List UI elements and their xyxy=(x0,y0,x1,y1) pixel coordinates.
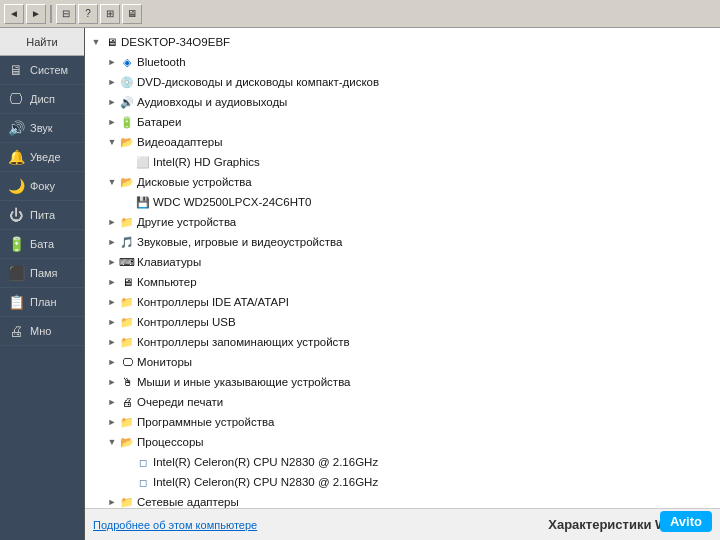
tree-processors[interactable]: ▼ 📂 Процессоры xyxy=(85,432,720,452)
dvd-expand-icon[interactable]: ► xyxy=(105,75,119,89)
network-expand-icon[interactable]: ► xyxy=(105,495,119,508)
sidebar-label-pamyat: Памя xyxy=(30,267,58,279)
sidebar-item-plan[interactable]: 📋 План xyxy=(0,288,84,317)
sidebar-item-pamyat[interactable]: ⬛ Памя xyxy=(0,259,84,288)
tree-ide[interactable]: ► 📁 Контроллеры IDE ATA/ATAPI xyxy=(85,292,720,312)
audio-expand-icon[interactable]: ► xyxy=(105,95,119,109)
tree-keyboard[interactable]: ► ⌨ Клавиатуры xyxy=(85,252,720,272)
usb-label: Контроллеры USB xyxy=(137,316,236,328)
tree-video[interactable]: ▼ 📂 Видеоадаптеры xyxy=(85,132,720,152)
sidebar-item-uvedoml[interactable]: 🔔 Уведе xyxy=(0,143,84,172)
tree-cpu-2[interactable]: ◻ Intel(R) Celeron(R) CPU N2830 @ 2.16GH… xyxy=(85,472,720,492)
back-button[interactable]: ◄ xyxy=(4,4,24,24)
tree-sound[interactable]: ► 🎵 Звуковые, игровые и видеоустройства xyxy=(85,232,720,252)
print-expand-icon[interactable]: ► xyxy=(105,395,119,409)
sidebar-label-fokus: Фоку xyxy=(30,180,55,192)
cpu1-expand xyxy=(121,455,135,469)
tree-other[interactable]: ► 📁 Другие устройства xyxy=(85,212,720,232)
bluetooth-expand-icon[interactable]: ► xyxy=(105,55,119,69)
disk-label: Дисковые устройства xyxy=(137,176,252,188)
tree-storage[interactable]: ► 📁 Контроллеры запоминающих устройств xyxy=(85,332,720,352)
other-expand-icon[interactable]: ► xyxy=(105,215,119,229)
root-expand-icon[interactable]: ▼ xyxy=(89,35,103,49)
forward-button[interactable]: ► xyxy=(26,4,46,24)
audio-icon: 🔊 xyxy=(119,94,135,110)
video-folder-icon: 📂 xyxy=(119,134,135,150)
bottom-bar: Подробнее об этом компьютере Характерист… xyxy=(85,508,720,540)
tree-print[interactable]: ► 🖨 Очереди печати xyxy=(85,392,720,412)
processors-expand-icon[interactable]: ▼ xyxy=(105,435,119,449)
print-icon: 🖨 xyxy=(119,394,135,410)
usb-expand-icon[interactable]: ► xyxy=(105,315,119,329)
processors-label: Процессоры xyxy=(137,436,204,448)
sidebar-item-fokus[interactable]: 🌙 Фоку xyxy=(0,172,84,201)
uvedoml-icon: 🔔 xyxy=(8,149,24,165)
tree-battery[interactable]: ► 🔋 Батареи xyxy=(85,112,720,132)
sidebar-item-sistema[interactable]: 🖥 Систем xyxy=(0,56,84,85)
cpu1-icon: ◻ xyxy=(135,454,151,470)
tree-network[interactable]: ► 📁 Сетевые адаптеры xyxy=(85,492,720,508)
tree-bluetooth[interactable]: ► ◈ Bluetooth xyxy=(85,52,720,72)
monitor-icon: 🖵 xyxy=(119,354,135,370)
plan-icon: 📋 xyxy=(8,294,24,310)
disk-folder-icon: 📂 xyxy=(119,174,135,190)
keyboard-expand-icon[interactable]: ► xyxy=(105,255,119,269)
tree-disk[interactable]: ▼ 📂 Дисковые устройства xyxy=(85,172,720,192)
battery-expand-icon[interactable]: ► xyxy=(105,115,119,129)
wdc-label: WDC WD2500LPCX-24C6HT0 xyxy=(153,196,312,208)
tree-dvd[interactable]: ► 💿 DVD-дисководы и дисководы компакт-ди… xyxy=(85,72,720,92)
sidebar-label-displej: Дисп xyxy=(30,93,55,105)
print-label: Очереди печати xyxy=(137,396,223,408)
storage-label: Контроллеры запоминающих устройств xyxy=(137,336,350,348)
intel-hd-expand xyxy=(121,155,135,169)
cpu2-label: Intel(R) Celeron(R) CPU N2830 @ 2.16GHz xyxy=(153,476,378,488)
wdc-icon: 💾 xyxy=(135,194,151,210)
processors-folder-icon: 📂 xyxy=(119,434,135,450)
other-label: Другие устройства xyxy=(137,216,236,228)
bluetooth-icon: ◈ xyxy=(119,54,135,70)
sidebar-label-plan: План xyxy=(30,296,57,308)
prog-expand-icon[interactable]: ► xyxy=(105,415,119,429)
storage-expand-icon[interactable]: ► xyxy=(105,335,119,349)
dvd-label: DVD-дисководы и дисководы компакт-дисков xyxy=(137,76,379,88)
computer-label: Компьютер xyxy=(137,276,197,288)
sidebar-label-uvedoml: Уведе xyxy=(30,151,61,163)
prog-label: Программные устройства xyxy=(137,416,274,428)
computer-expand-icon[interactable]: ► xyxy=(105,275,119,289)
toolbar: ◄ ► ⊟ ? ⊞ 🖥 xyxy=(0,0,720,28)
sidebar-item-pitanie[interactable]: ⏻ Пита xyxy=(0,201,84,230)
monitor-button[interactable]: 🖥 xyxy=(122,4,142,24)
sidebar-item-batarej[interactable]: 🔋 Бата xyxy=(0,230,84,259)
tree-computer[interactable]: ► 🖥 Компьютер xyxy=(85,272,720,292)
monitor-expand-icon[interactable]: ► xyxy=(105,355,119,369)
sidebar-label-pitanie: Пита xyxy=(30,209,55,221)
sidebar-item-mnoe[interactable]: 🖨 Мно xyxy=(0,317,84,346)
video-label: Видеоадаптеры xyxy=(137,136,223,148)
storage-icon: 📁 xyxy=(119,334,135,350)
tree-monitor[interactable]: ► 🖵 Мониторы xyxy=(85,352,720,372)
sidebar-label-sistema: Систем xyxy=(30,64,68,76)
tree-usb[interactable]: ► 📁 Контроллеры USB xyxy=(85,312,720,332)
sound-expand-icon[interactable]: ► xyxy=(105,235,119,249)
tree-root[interactable]: ▼ 🖥 DESKTOP-34O9EBF xyxy=(85,32,720,52)
tree-cpu-1[interactable]: ◻ Intel(R) Celeron(R) CPU N2830 @ 2.16GH… xyxy=(85,452,720,472)
tree-mouse[interactable]: ► 🖱 Мыши и иные указывающие устройства xyxy=(85,372,720,392)
sidebar-item-displej[interactable]: 🖵 Дисп xyxy=(0,85,84,114)
view-button[interactable]: ⊟ xyxy=(56,4,76,24)
pamyat-icon: ⬛ xyxy=(8,265,24,281)
bottom-link[interactable]: Подробнее об этом компьютере xyxy=(93,519,257,531)
help-button[interactable]: ? xyxy=(78,4,98,24)
tree-wdc[interactable]: 💾 WDC WD2500LPCX-24C6HT0 xyxy=(85,192,720,212)
tree-intel-hd[interactable]: ⬜ Intel(R) HD Graphics xyxy=(85,152,720,172)
device-tree[interactable]: ▼ 🖥 DESKTOP-34O9EBF ► ◈ Bluetooth ► 💿 DV… xyxy=(85,28,720,508)
sidebar-item-zvuk[interactable]: 🔊 Звук xyxy=(0,114,84,143)
main-area: Найти 🖥 Систем 🖵 Дисп 🔊 Звук 🔔 Уведе 🌙 Ф… xyxy=(0,28,720,540)
mouse-expand-icon[interactable]: ► xyxy=(105,375,119,389)
tree-audio[interactable]: ► 🔊 Аудиовходы и аудиовыходы xyxy=(85,92,720,112)
update-button[interactable]: ⊞ xyxy=(100,4,120,24)
video-expand-icon[interactable]: ▼ xyxy=(105,135,119,149)
sound-icon: 🎵 xyxy=(119,234,135,250)
tree-prog[interactable]: ► 📁 Программные устройства xyxy=(85,412,720,432)
ide-expand-icon[interactable]: ► xyxy=(105,295,119,309)
disk-expand-icon[interactable]: ▼ xyxy=(105,175,119,189)
